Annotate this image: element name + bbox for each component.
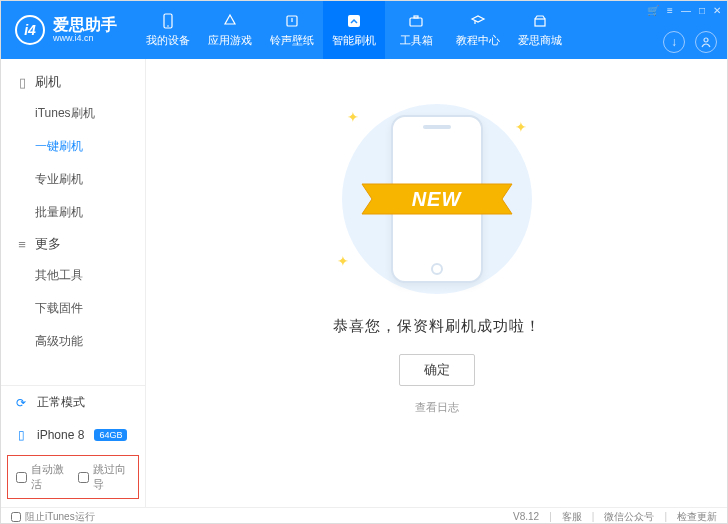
svg-rect-5 bbox=[414, 16, 418, 18]
svg-point-1 bbox=[167, 25, 169, 27]
app-url: www.i4.cn bbox=[53, 34, 117, 44]
top-nav: 我的设备 应用游戏 铃声壁纸 智能刷机 工具箱 教程中心 爱思商城 bbox=[137, 1, 571, 59]
sidebar-group-more[interactable]: ≡更多 bbox=[1, 229, 145, 259]
sidebar-item-batch[interactable]: 批量刷机 bbox=[35, 196, 145, 229]
confirm-button[interactable]: 确定 bbox=[399, 354, 475, 386]
auto-activate-checkbox[interactable]: 自动激活 bbox=[16, 462, 68, 492]
window-controls: 🛒 ≡ — □ ✕ bbox=[647, 5, 721, 16]
toolbox-icon bbox=[407, 12, 425, 30]
user-button[interactable] bbox=[695, 31, 717, 53]
maximize-icon[interactable]: □ bbox=[699, 5, 705, 16]
header: i4 爱思助手 www.i4.cn 我的设备 应用游戏 铃声壁纸 智能刷机 工具… bbox=[1, 1, 727, 59]
device-mode[interactable]: ⟳正常模式 bbox=[1, 386, 145, 419]
sidebar: ▯刷机 iTunes刷机 一键刷机 专业刷机 批量刷机 ≡更多 其他工具 下载固… bbox=[1, 59, 146, 507]
store-icon bbox=[531, 12, 549, 30]
phone-icon: ▯ bbox=[15, 75, 29, 90]
minimize-icon[interactable]: — bbox=[681, 5, 691, 16]
block-itunes-checkbox[interactable]: 阻止iTunes运行 bbox=[11, 510, 95, 524]
tutorial-icon bbox=[469, 12, 487, 30]
more-icon: ≡ bbox=[15, 237, 29, 252]
user-controls: ↓ bbox=[663, 31, 717, 53]
footer-link-update[interactable]: 检查更新 bbox=[677, 510, 717, 524]
footer: 阻止iTunes运行 V8.12| 客服| 微信公众号| 检查更新 bbox=[1, 507, 727, 524]
flash-icon bbox=[345, 12, 363, 30]
svg-rect-6 bbox=[535, 19, 545, 26]
sidebar-item-itunes[interactable]: iTunes刷机 bbox=[35, 97, 145, 130]
skip-guide-checkbox[interactable]: 跳过向导 bbox=[78, 462, 130, 492]
success-message: 恭喜您，保资料刷机成功啦！ bbox=[333, 317, 541, 336]
refresh-icon: ⟳ bbox=[13, 395, 29, 411]
device-info[interactable]: ▯iPhone 864GB bbox=[1, 419, 145, 451]
menu-icon[interactable]: ≡ bbox=[667, 5, 673, 16]
logo-icon: i4 bbox=[15, 15, 45, 45]
footer-link-support[interactable]: 客服 bbox=[562, 510, 582, 524]
nav-toolbox[interactable]: 工具箱 bbox=[385, 1, 447, 59]
sidebar-item-pro[interactable]: 专业刷机 bbox=[35, 163, 145, 196]
logo: i4 爱思助手 www.i4.cn bbox=[1, 15, 131, 45]
footer-link-wechat[interactable]: 微信公众号 bbox=[604, 510, 654, 524]
nav-apps[interactable]: 应用游戏 bbox=[199, 1, 261, 59]
app-name: 爱思助手 bbox=[53, 16, 117, 34]
nav-flash[interactable]: 智能刷机 bbox=[323, 1, 385, 59]
sidebar-item-firmware[interactable]: 下载固件 bbox=[35, 292, 145, 325]
nav-tutorials[interactable]: 教程中心 bbox=[447, 1, 509, 59]
download-button[interactable]: ↓ bbox=[663, 31, 685, 53]
nav-store[interactable]: 爱思商城 bbox=[509, 1, 571, 59]
phone-small-icon: ▯ bbox=[13, 427, 29, 443]
view-log-link[interactable]: 查看日志 bbox=[415, 400, 459, 415]
cart-icon[interactable]: 🛒 bbox=[647, 5, 659, 16]
sidebar-group-flash[interactable]: ▯刷机 bbox=[1, 67, 145, 97]
svg-rect-4 bbox=[410, 18, 422, 26]
music-icon bbox=[283, 12, 301, 30]
close-icon[interactable]: ✕ bbox=[713, 5, 721, 16]
version-label: V8.12 bbox=[513, 511, 539, 522]
success-illustration: ✦ ✦ ✦ NEW bbox=[317, 99, 557, 299]
sidebar-item-oneclick[interactable]: 一键刷机 bbox=[35, 130, 145, 163]
nav-my-device[interactable]: 我的设备 bbox=[137, 1, 199, 59]
main-content: ✦ ✦ ✦ NEW 恭喜您，保资料刷机成功啦！ 确定 查看日志 bbox=[146, 59, 727, 507]
option-checkboxes: 自动激活 跳过向导 bbox=[7, 455, 139, 499]
apps-icon bbox=[221, 12, 239, 30]
device-icon bbox=[159, 12, 177, 30]
sidebar-item-advanced[interactable]: 高级功能 bbox=[35, 325, 145, 358]
nav-ringtones[interactable]: 铃声壁纸 bbox=[261, 1, 323, 59]
storage-badge: 64GB bbox=[94, 429, 127, 441]
svg-point-7 bbox=[704, 38, 708, 42]
new-ribbon: NEW bbox=[352, 176, 522, 222]
sidebar-item-tools[interactable]: 其他工具 bbox=[35, 259, 145, 292]
